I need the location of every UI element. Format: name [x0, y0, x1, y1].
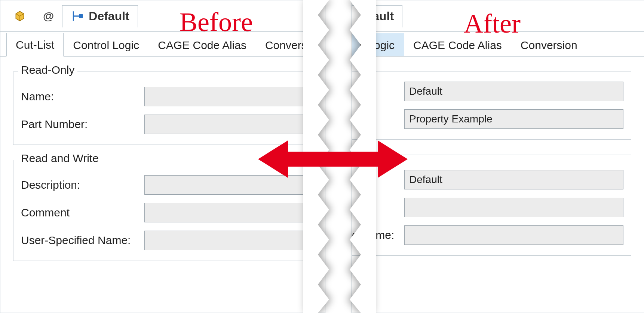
label-comment: Comment — [21, 206, 144, 219]
after-panel: ?fault ıl Logic CAGE Code Alias Conversi… — [352, 0, 644, 313]
label-description: Description: — [21, 179, 144, 191]
input-comment-right[interactable] — [404, 198, 623, 217]
tab-cut-list[interactable]: Cut-List — [6, 33, 64, 57]
tab-default-right-label: ?fault — [361, 9, 394, 23]
svg-rect-4 — [79, 14, 83, 18]
input-user-specified-name-right[interactable] — [404, 225, 623, 245]
tab-part-icon[interactable] — [5, 6, 35, 27]
top-tab-strip: @ Default — [0, 0, 325, 32]
label-name: Name: — [21, 90, 144, 103]
tab-at-symbol[interactable]: @ — [35, 6, 62, 26]
tab-cage-code-alias-right[interactable]: CAGE Code Alias — [404, 33, 511, 56]
group-read-write-right: te d Name: — [352, 155, 631, 256]
input-part-number-right[interactable] — [404, 109, 623, 129]
tab-control-logic[interactable]: Control Logic — [64, 33, 148, 56]
tab-cage-code-alias[interactable]: CAGE Code Alias — [148, 33, 256, 56]
input-description-right[interactable] — [404, 170, 623, 189]
tab-default-label: Default — [89, 9, 129, 23]
tab-default[interactable]: Default — [62, 5, 138, 28]
sub-tab-strip-right: ıl Logic CAGE Code Alias Conversion — [352, 32, 644, 57]
label-user-specified-name: User-Specified Name: — [21, 234, 144, 247]
group-read-write: Read and Write Description: Comment User… — [13, 160, 312, 261]
legend-read-write-right-trunc: te — [355, 147, 370, 159]
top-tab-strip-right: ?fault — [352, 0, 644, 32]
tab-control-logic-right[interactable]: ıl Logic — [352, 33, 404, 56]
at-icon: @ — [43, 10, 54, 22]
tab-conversion[interactable]: Conversio — [256, 33, 325, 56]
label-user-specified-name-right: d Name: — [352, 229, 404, 241]
input-name-right[interactable] — [404, 82, 623, 101]
tab-default-right[interactable]: ?fault — [352, 5, 402, 28]
input-user-specified-name[interactable] — [144, 231, 304, 250]
input-name[interactable] — [144, 87, 304, 106]
part-icon — [13, 9, 27, 23]
input-comment[interactable] — [144, 203, 304, 222]
group-read-only: Read-Only Name: Part Number: — [13, 72, 312, 145]
legend-read-write: Read and Write — [18, 152, 102, 165]
tab-conversion-right[interactable]: Conversion — [511, 33, 587, 56]
config-tree-icon — [71, 9, 84, 23]
sub-tab-strip-left: Cut-List Control Logic CAGE Code Alias C… — [0, 32, 325, 57]
group-read-only-right — [352, 72, 631, 140]
label-part-number: Part Number: — [21, 118, 144, 131]
before-panel: @ Default Cut-List Control Logic CAGE Co… — [0, 0, 325, 313]
input-description[interactable] — [144, 175, 304, 195]
input-part-number[interactable] — [144, 115, 304, 134]
legend-read-only: Read-Only — [18, 64, 77, 76]
